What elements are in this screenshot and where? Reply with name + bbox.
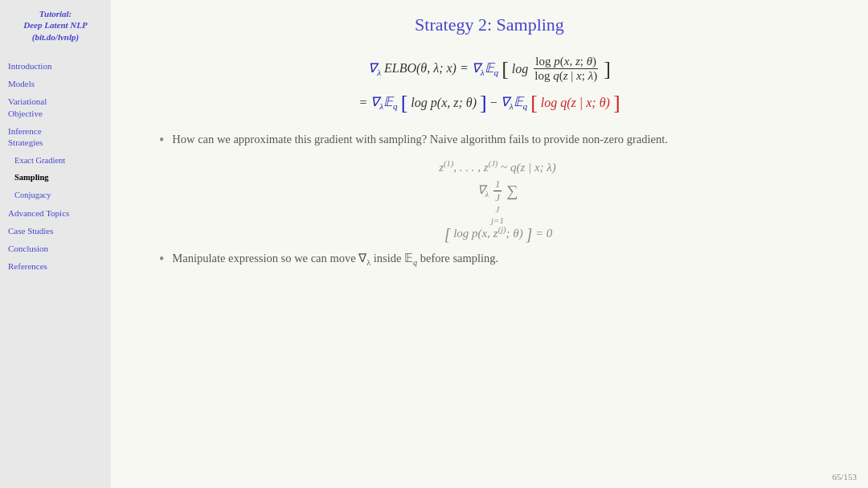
page-number: 65/153	[832, 472, 857, 482]
formula-block: ∇λ ELBO(θ, λ; x) = ∇λ𝔼q [ log log p(x, z…	[143, 50, 836, 118]
formula-line1: ∇λ ELBO(θ, λ; x) = ∇λ𝔼q [ log log p(x, z…	[368, 55, 611, 83]
sampling-formula: z(1), . . . , z(J) ~ q(z | x; λ)	[159, 159, 836, 174]
bullet-section: • How can we approximate this gradient w…	[143, 131, 836, 278]
formula-fraction: log p(x, z; θ) log q(z | x; λ)	[533, 55, 599, 83]
formula-logq: log q(z | x; θ)	[541, 96, 610, 110]
slide-title: Strategy 2: Sampling	[143, 14, 836, 35]
bullet-item-1: • How can we approximate this gradient w…	[159, 131, 836, 151]
sidebar: Tutorial: Deep Latent NLP (bit.do/lvnlp)…	[0, 0, 111, 488]
formula-blue-nabla2: ∇λ𝔼q	[501, 94, 527, 111]
bullet-dot-2: •	[159, 248, 164, 270]
sidebar-item-variational[interactable]: VariationalObjective	[6, 92, 104, 122]
main-content: Strategy 2: Sampling ∇λ ELBO(θ, λ; x) = …	[111, 0, 868, 488]
formula-lhs: ∇λ ELBO(θ, λ; x) = ∇λ𝔼q	[368, 60, 498, 77]
sidebar-item-advanced[interactable]: Advanced Topics	[6, 204, 104, 222]
sidebar-title: Tutorial: Deep Latent NLP (bit.do/lvnlp)	[6, 8, 104, 43]
bullet-dot-1: •	[159, 129, 164, 151]
formula-logp: log p(x, z; θ)	[411, 96, 477, 110]
sidebar-item-case-studies[interactable]: Case Studies	[6, 222, 104, 240]
sum-formula: ∇λ 1 J ∑ J j=1 [ log p(x, z(j); θ) ] = 0	[159, 178, 836, 244]
formula-equals: =	[358, 96, 367, 110]
sidebar-item-references[interactable]: References	[6, 257, 104, 275]
sidebar-item-inference[interactable]: InferenceStrategies	[6, 122, 104, 152]
sidebar-item-exact[interactable]: Exact Gradient	[6, 152, 104, 170]
formula-log: log	[512, 62, 528, 76]
sidebar-item-conjugacy[interactable]: Conjugacy	[6, 187, 104, 204]
sidebar-item-models[interactable]: Models	[6, 75, 104, 92]
sidebar-item-sampling[interactable]: Sampling	[6, 169, 104, 187]
bullet-text-1: How can we approximate this gradient wit…	[172, 131, 667, 149]
formula-blue-nabla1: ∇λ𝔼q	[371, 94, 397, 111]
bullet-text-2: Manipulate expression so we can move ∇λ …	[172, 250, 498, 269]
sidebar-item-conclusion[interactable]: Conclusion	[6, 240, 104, 257]
bullet-item-2: • Manipulate expression so we can move ∇…	[159, 250, 836, 270]
formula-line2: = ∇λ𝔼q [ log p(x, z; θ) ] − ∇λ𝔼q [ log q…	[358, 92, 620, 113]
sidebar-item-introduction[interactable]: Introduction	[6, 57, 104, 75]
